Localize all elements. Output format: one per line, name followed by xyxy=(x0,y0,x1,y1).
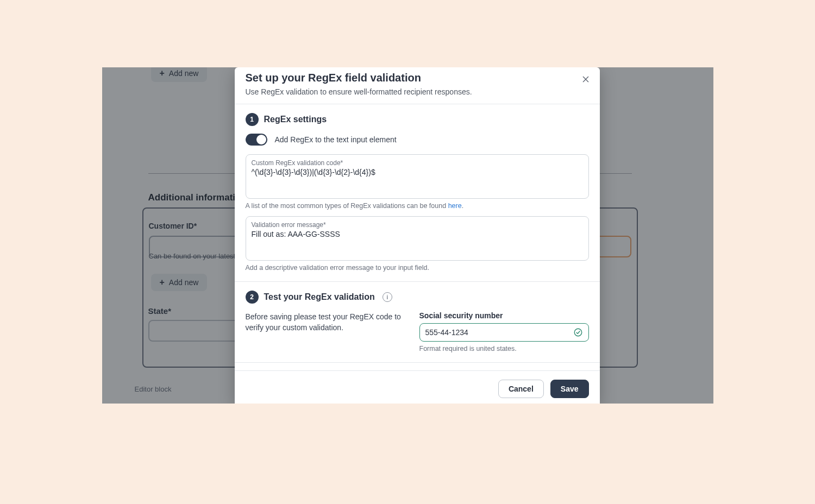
step-badge-1: 1 xyxy=(246,113,259,126)
regex-toggle[interactable] xyxy=(246,134,267,146)
regex-helper-prefix: A list of the most common types of RegEx… xyxy=(246,202,448,210)
cancel-button[interactable]: Cancel xyxy=(498,380,544,398)
section-regex-settings: 1 RegEx settings Add RegEx to the text i… xyxy=(235,104,600,282)
info-icon[interactable]: i xyxy=(383,292,392,302)
section-title-2: Test your RegEx validation xyxy=(264,292,375,302)
regex-validation-modal: Set up your RegEx field validation Use R… xyxy=(235,67,600,404)
section-heading-2: 2 Test your RegEx validation i xyxy=(246,291,589,304)
regex-helper-link[interactable]: here xyxy=(448,202,462,210)
toggle-knob xyxy=(256,135,266,144)
modal-header: Set up your RegEx field validation Use R… xyxy=(235,67,600,104)
test-field-label: Social security number xyxy=(419,311,589,320)
svg-point-0 xyxy=(574,329,582,336)
test-field-input-wrap[interactable] xyxy=(419,323,589,342)
toggle-row: Add RegEx to the text input element xyxy=(246,134,589,146)
step-badge-2: 2 xyxy=(246,291,259,304)
modal-title: Set up your RegEx field validation xyxy=(246,72,589,84)
test-form: Social security number Format required i… xyxy=(419,311,589,352)
close-icon xyxy=(581,75,590,84)
section-heading: 1 RegEx settings xyxy=(246,113,589,126)
modal-subtitle: Use RegEx validation to ensure well-form… xyxy=(246,87,589,96)
error-message-helper: Add a descriptive validation error messa… xyxy=(246,264,589,272)
error-message-legend: Validation error message* xyxy=(252,221,583,229)
test-description: Before saving please test your RegEX cod… xyxy=(246,311,403,333)
save-button[interactable]: Save xyxy=(550,380,589,398)
modal-footer: Cancel Save xyxy=(235,370,600,404)
check-circle-icon xyxy=(573,327,583,337)
regex-helper: A list of the most common types of RegEx… xyxy=(246,202,589,210)
app-stage: + Add new Additional informatio Customer… xyxy=(102,67,713,404)
error-message-textarea[interactable] xyxy=(252,230,583,253)
section-test-validation: 2 Test your RegEx validation i Before sa… xyxy=(235,282,600,363)
close-button[interactable] xyxy=(579,73,592,86)
regex-code-legend: Custom RegEx validation code* xyxy=(252,159,583,167)
error-message-field[interactable]: Validation error message* xyxy=(246,216,589,261)
test-body: Before saving please test your RegEX cod… xyxy=(246,311,589,352)
test-field-hint: Format required is united states. xyxy=(419,345,589,352)
regex-helper-suffix: . xyxy=(462,202,463,210)
regex-code-field[interactable]: Custom RegEx validation code* xyxy=(246,154,589,199)
regex-code-textarea[interactable] xyxy=(252,168,583,191)
section-title: RegEx settings xyxy=(264,115,327,124)
test-field-input[interactable] xyxy=(425,328,569,337)
toggle-label: Add RegEx to the text input element xyxy=(275,135,397,144)
